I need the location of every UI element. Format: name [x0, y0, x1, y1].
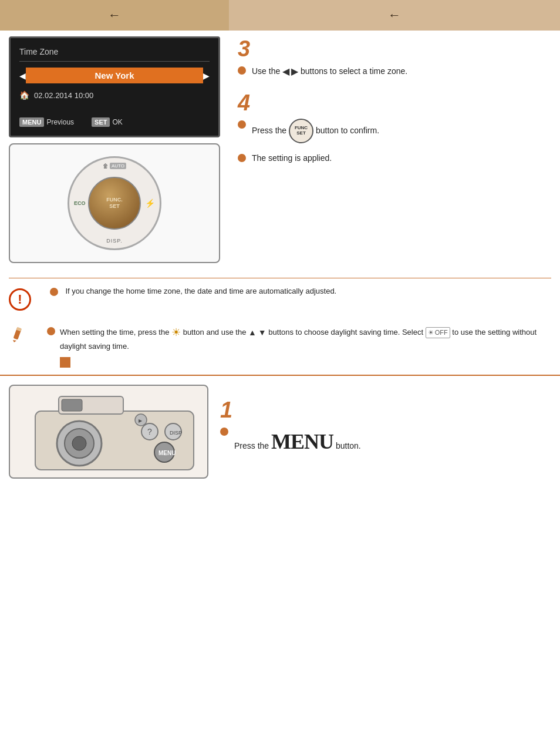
- trash-icon: 🗑: [103, 163, 109, 169]
- set-ok-btn: SET OK: [92, 117, 123, 127]
- step3-content: Use the ◀ ▶ buttons to select a time zon…: [238, 65, 551, 79]
- screen-title: Time Zone: [19, 47, 210, 62]
- step3-text: Use the ◀ ▶ buttons to select a time zon…: [252, 65, 551, 79]
- home-time-display: 🏠 02.02.2014 10:00: [19, 90, 210, 100]
- datetime-value: 02.02.2014 10:00: [34, 91, 93, 100]
- left-column: Time Zone ◀ New York ▶ 🏠 02.02.2014 10:0…: [0, 31, 229, 278]
- svg-text:DISP: DISP: [170, 430, 182, 436]
- note-text: When setting the time, press the ☀ butto…: [60, 325, 551, 352]
- set-label: SET: [92, 117, 110, 127]
- main-top-section: Time Zone ◀ New York ▶ 🏠 02.02.2014 10:0…: [0, 31, 560, 278]
- right-column: 3 Use the ◀ ▶ buttons to select a time z…: [229, 31, 560, 278]
- camera-screen: Time Zone ◀ New York ▶ 🏠 02.02.2014 10:0…: [9, 36, 220, 137]
- warning-content: If you change the home time zone, the da…: [50, 285, 551, 311]
- step4-section: 4 Press the FUNCSET button to confirm. T…: [238, 90, 551, 164]
- bottom-section: ? DISP MENU ▶ 1 Press the: [0, 375, 560, 487]
- timezone-value: New York: [26, 68, 203, 83]
- sun-small-icon: ☀: [428, 328, 434, 338]
- auto-label: AUTO: [110, 163, 126, 169]
- step3-number: 3: [238, 36, 551, 62]
- step4-bullet: [238, 120, 246, 129]
- svg-marker-1: [13, 340, 16, 342]
- lr-arrows-icons: ◀ ▶: [282, 65, 298, 79]
- menu-previous-btn: MENU Previous: [19, 117, 74, 127]
- step4-sub-text: The setting is applied.: [252, 152, 551, 164]
- svg-rect-8: [62, 399, 82, 411]
- svg-point-7: [72, 436, 86, 450]
- camera-sketch: ? DISP MENU ▶: [26, 391, 191, 473]
- pencil-icon: [9, 326, 26, 344]
- back-arrow-right-icon: ←: [388, 8, 401, 23]
- screen-bottom-buttons: MENU Previous SET OK: [19, 117, 210, 127]
- warning-text: If you change the home time zone, the da…: [65, 287, 336, 295]
- top-nav-bar: ← ←: [0, 0, 560, 31]
- ud-arrows-icons: ▲ ▼: [248, 327, 266, 339]
- func-set-label: FUNC.SET: [106, 197, 123, 210]
- step4-sub-content: The setting is applied.: [238, 152, 551, 164]
- step1-section: 1 Press the MENU button.: [220, 385, 551, 479]
- timezone-row: ◀ New York ▶: [19, 68, 210, 83]
- warning-bullet: [50, 288, 58, 296]
- timezone-left-arrow[interactable]: ◀: [19, 71, 26, 80]
- func-set-button[interactable]: FUNC.SET: [88, 177, 141, 230]
- camera-svg: ? DISP MENU ▶: [26, 391, 203, 479]
- step3-bullet: [238, 66, 246, 75]
- back-arrow-left-icon: ←: [108, 8, 121, 23]
- dst-off-icon: ☀OFF: [426, 327, 450, 338]
- warning-icon-col: !: [9, 285, 38, 311]
- menu-label: MENU: [19, 117, 44, 127]
- menu-big-text: MENU: [271, 430, 333, 453]
- disp-label: DISP.: [106, 238, 122, 244]
- step4-content: Press the FUNCSET button to confirm.: [238, 119, 551, 143]
- step1-text: Press the MENU button.: [234, 426, 551, 457]
- down-arrow-icon: ▼: [258, 327, 266, 339]
- back-button-right[interactable]: ←: [229, 0, 560, 31]
- step1-number: 1: [220, 398, 551, 423]
- camera-photo: ? DISP MENU ▶: [9, 385, 208, 479]
- home-icon: 🏠: [19, 90, 29, 100]
- svg-text:MENU: MENU: [158, 450, 176, 456]
- note-content: When setting the time, press the ☀ butto…: [47, 325, 551, 368]
- note-icon-col: [9, 325, 38, 368]
- step4-sub-bullet: [238, 154, 246, 162]
- timezone-right-arrow[interactable]: ▶: [203, 71, 210, 80]
- control-wheel-container: 🗑 AUTO ECO FUNC.SET ⚡ DISP.: [9, 143, 220, 263]
- wheel-top-label: 🗑 AUTO: [103, 163, 126, 169]
- note-square-row: [47, 357, 551, 368]
- right-arrow-icon: ▶: [291, 65, 298, 79]
- step4-number: 4: [238, 90, 551, 116]
- set-action-text: OK: [112, 118, 122, 126]
- menu-action-text: Previous: [46, 118, 74, 126]
- svg-text:?: ?: [147, 427, 152, 436]
- warning-exclamation-icon: !: [9, 288, 31, 311]
- svg-text:▶: ▶: [139, 418, 143, 423]
- func-set-button-icon: FUNCSET: [289, 119, 313, 143]
- note-section: When setting the time, press the ☀ butto…: [0, 318, 560, 375]
- left-arrow-icon: ◀: [282, 65, 289, 79]
- step1-bullet: [220, 428, 228, 436]
- step3-section: 3 Use the ◀ ▶ buttons to select a time z…: [238, 36, 551, 79]
- up-arrow-icon: ▲: [248, 327, 257, 339]
- warning-section: ! If you change the home time zone, the …: [9, 278, 551, 318]
- step4-text: Press the FUNCSET button to confirm.: [252, 119, 551, 143]
- control-wheel: 🗑 AUTO ECO FUNC.SET ⚡ DISP.: [68, 156, 161, 250]
- flash-icon: ⚡: [145, 198, 155, 208]
- step1-content: Press the MENU button.: [220, 426, 551, 457]
- sun-icon: ☀: [171, 325, 181, 341]
- eco-label: ECO: [74, 200, 86, 206]
- small-square-indicator: [60, 357, 70, 368]
- note-row: When setting the time, press the ☀ butto…: [47, 325, 551, 352]
- note-bullet: [47, 327, 55, 335]
- back-button-left[interactable]: ←: [0, 0, 229, 31]
- wheel-outer-ring: 🗑 AUTO ECO FUNC.SET ⚡ DISP.: [68, 156, 161, 250]
